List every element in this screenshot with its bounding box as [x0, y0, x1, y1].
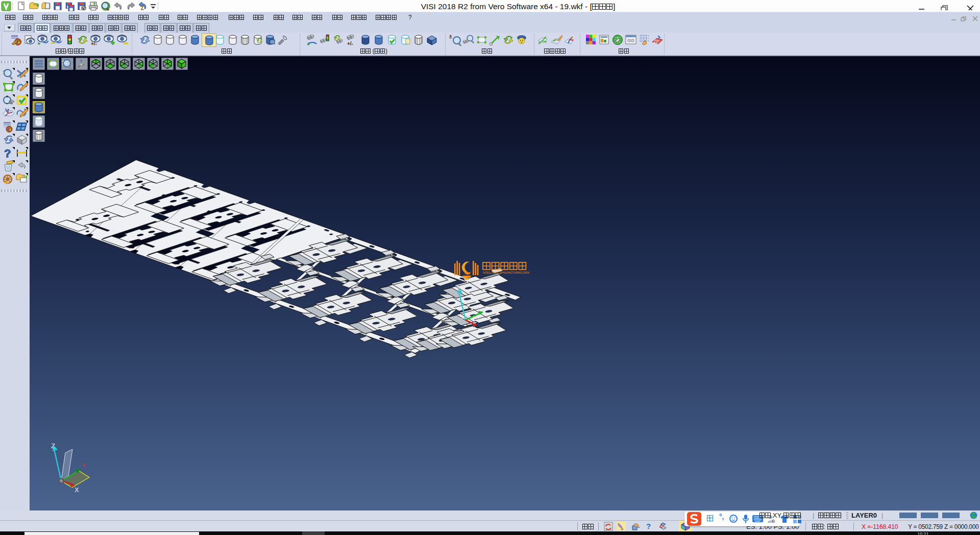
svg-text:7: 7 — [773, 519, 775, 524]
svg-text:X: X — [75, 486, 79, 494]
svg-text:+/-: +/- — [347, 41, 353, 46]
svg-text:+: + — [307, 41, 310, 46]
svg-text:INTELLIGENT MANUFACTURING DATA: INTELLIGENT MANUFACTURING DATA — [483, 271, 530, 274]
svg-text:±: ± — [449, 34, 452, 39]
svg-text:Z: Z — [456, 285, 460, 292]
svg-text:+: + — [37, 40, 40, 46]
svg-text:+/-: +/- — [91, 41, 97, 46]
svg-text:?: ? — [4, 147, 11, 160]
svg-text:Z: Z — [51, 442, 55, 450]
svg-text:Y: Y — [82, 461, 86, 469]
